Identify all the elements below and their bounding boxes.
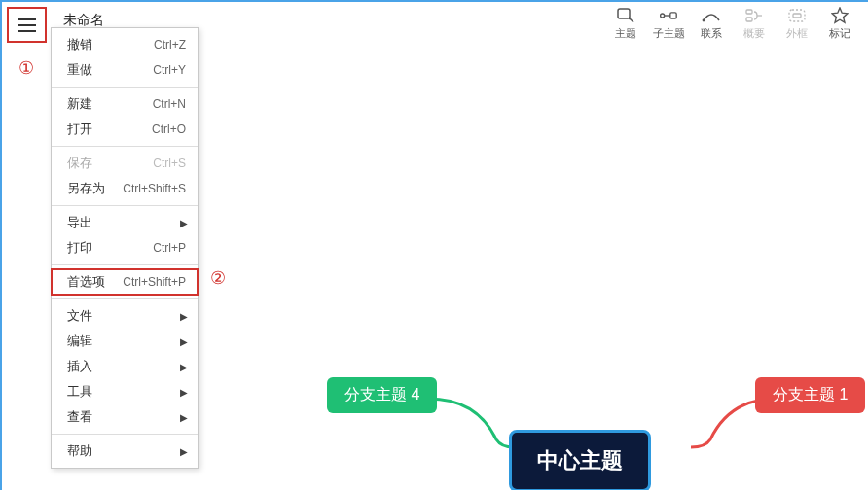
- toolbar-summary-button[interactable]: 概要: [734, 4, 775, 43]
- menu-label: 编辑: [67, 332, 92, 350]
- menu-separator: [52, 87, 198, 88]
- menu-label: 首选项: [67, 273, 105, 291]
- menu-label: 工具: [67, 383, 92, 401]
- branch-node-1[interactable]: 分支主题 1: [755, 377, 865, 413]
- menu-separator: [52, 434, 198, 435]
- toolbar-marker-button[interactable]: 标记: [819, 4, 860, 43]
- svg-rect-8: [793, 14, 801, 18]
- branch-node-4[interactable]: 分支主题 4: [327, 377, 437, 413]
- menu-item-new[interactable]: 新建 Ctrl+N: [52, 91, 198, 117]
- toolbar-subtopic-button[interactable]: 子主题: [648, 4, 689, 43]
- menu-item-print[interactable]: 打印 Ctrl+P: [52, 235, 198, 261]
- hamburger-icon: [18, 18, 36, 32]
- menu-item-redo[interactable]: 重做 Ctrl+Y: [52, 57, 198, 83]
- toolbar-relation-button[interactable]: 联系: [691, 4, 732, 43]
- submenu-arrow-icon: ▶: [180, 311, 188, 322]
- toolbar: 主题 子主题 联系 概要 外框 标记: [605, 4, 860, 43]
- center-node[interactable]: 中心主题: [509, 430, 651, 490]
- submenu-arrow-icon: ▶: [180, 336, 188, 347]
- menu-shortcut: Ctrl+Z: [154, 38, 186, 52]
- star-icon: [830, 7, 850, 24]
- menu-label: 文件: [67, 307, 92, 325]
- menu-label: 保存: [67, 155, 92, 172]
- menu-label: 新建: [67, 95, 92, 113]
- menu-shortcut: Ctrl+Y: [153, 63, 186, 77]
- node-label: 分支主题 1: [773, 386, 848, 402]
- menu-item-save[interactable]: 保存 Ctrl+S: [52, 151, 198, 176]
- toolbar-label: 外框: [786, 26, 808, 41]
- menu-item-help[interactable]: 帮助 ▶: [52, 438, 198, 464]
- menu-separator: [52, 205, 198, 206]
- svg-rect-6: [746, 18, 752, 21]
- toolbar-label: 概要: [743, 26, 765, 41]
- menu-label: 打印: [67, 239, 92, 257]
- topic-icon: [616, 7, 635, 24]
- node-label: 中心主题: [537, 448, 623, 472]
- svg-point-2: [661, 14, 665, 18]
- summary-icon: [744, 7, 764, 24]
- menu-separator: [52, 298, 198, 299]
- annotation-1: ①: [18, 57, 34, 79]
- menu-shortcut: Ctrl+Shift+P: [123, 275, 186, 289]
- node-label: 分支主题 4: [344, 386, 419, 402]
- main-menu-dropdown: 撤销 Ctrl+Z 重做 Ctrl+Y 新建 Ctrl+N 打开 Ctrl+O …: [51, 27, 199, 469]
- toolbar-label: 子主题: [653, 26, 685, 41]
- submenu-arrow-icon: ▶: [180, 412, 188, 423]
- toolbar-topic-button[interactable]: 主题: [605, 4, 646, 43]
- menu-shortcut: Ctrl+S: [153, 157, 186, 170]
- svg-rect-5: [746, 10, 752, 14]
- menu-shortcut: Ctrl+Shift+S: [123, 182, 186, 195]
- menu-label: 插入: [67, 358, 92, 375]
- menu-label: 导出: [67, 214, 92, 231]
- submenu-arrow-icon: ▶: [180, 362, 188, 372]
- svg-rect-7: [789, 10, 805, 21]
- menu-separator: [52, 146, 198, 147]
- svg-point-1: [629, 17, 631, 18]
- submenu-arrow-icon: ▶: [180, 446, 188, 457]
- menu-shortcut: Ctrl+P: [153, 241, 186, 255]
- toolbar-label: 标记: [829, 26, 850, 41]
- svg-point-4: [703, 18, 705, 21]
- menu-item-insert[interactable]: 插入 ▶: [52, 354, 198, 379]
- toolbar-label: 主题: [615, 26, 636, 41]
- window-top-border: [0, 0, 868, 2]
- menu-shortcut: Ctrl+O: [152, 122, 186, 136]
- menu-label: 重做: [67, 61, 92, 79]
- menu-item-preferences[interactable]: 首选项 Ctrl+Shift+P: [52, 269, 198, 295]
- menu-label: 帮助: [67, 442, 92, 460]
- menu-item-view[interactable]: 查看 ▶: [52, 404, 198, 430]
- subtopic-icon: [659, 7, 678, 24]
- menu-item-saveas[interactable]: 另存为 Ctrl+Shift+S: [52, 176, 198, 201]
- boundary-icon: [787, 7, 807, 24]
- menu-separator: [52, 264, 198, 265]
- svg-rect-0: [618, 9, 630, 18]
- menu-item-export[interactable]: 导出 ▶: [52, 210, 198, 235]
- menu-label: 查看: [67, 408, 92, 426]
- menu-item-tools[interactable]: 工具 ▶: [52, 379, 198, 404]
- annotation-2: ②: [210, 267, 226, 289]
- menu-item-edit[interactable]: 编辑 ▶: [52, 329, 198, 354]
- menu-item-undo[interactable]: 撤销 Ctrl+Z: [52, 32, 198, 57]
- menu-label: 另存为: [67, 180, 105, 197]
- menu-shortcut: Ctrl+N: [153, 97, 186, 111]
- window-left-border: [0, 0, 2, 490]
- submenu-arrow-icon: ▶: [180, 387, 188, 398]
- toolbar-boundary-button[interactable]: 外框: [777, 4, 817, 43]
- toolbar-label: 联系: [701, 26, 722, 41]
- main-menu-button[interactable]: [7, 7, 47, 43]
- menu-label: 打开: [67, 121, 92, 138]
- submenu-arrow-icon: ▶: [180, 218, 188, 228]
- menu-item-file[interactable]: 文件 ▶: [52, 303, 198, 329]
- menu-label: 撤销: [67, 36, 92, 53]
- svg-rect-3: [670, 12, 676, 18]
- relation-icon: [702, 7, 721, 24]
- menu-item-open[interactable]: 打开 Ctrl+O: [52, 117, 198, 142]
